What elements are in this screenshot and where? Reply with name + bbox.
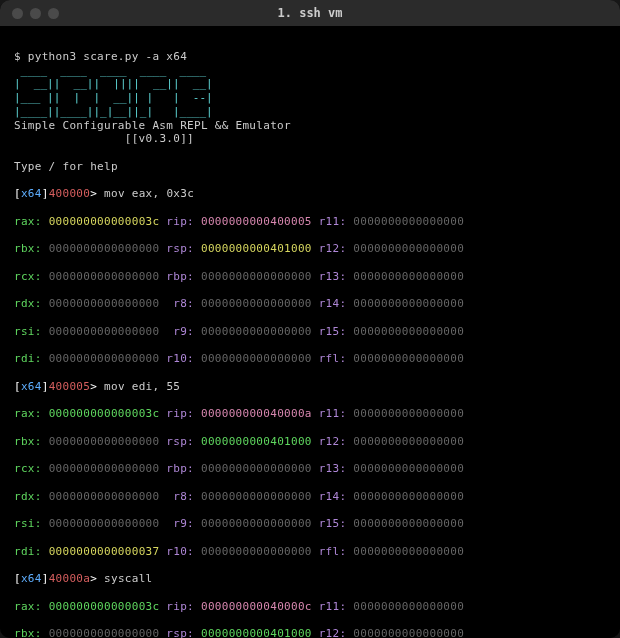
window-controls: [0, 8, 59, 19]
reg-row: rsi: 0000000000000000 r9: 00000000000000…: [14, 325, 606, 339]
reg-row: rbx: 0000000000000000 rsp: 0000000000401…: [14, 435, 606, 449]
reg-row: rcx: 0000000000000000 rbp: 0000000000000…: [14, 462, 606, 476]
reg-row: rdi: 0000000000000037 r10: 0000000000000…: [14, 545, 606, 559]
reg-row: rcx: 0000000000000000 rbp: 0000000000000…: [14, 270, 606, 284]
reg-row: rbx: 0000000000000000 rsp: 0000000000401…: [14, 242, 606, 256]
terminal-body[interactable]: $ python3 scare.py -a x64 ____ ____ ____…: [0, 26, 620, 638]
terminal-window: 1. ssh vm $ python3 scare.py -a x64 ____…: [0, 0, 620, 638]
repl-prompt: [x64]400000> mov eax, 0x3c: [14, 187, 606, 201]
reg-row: rax: 000000000000003c rip: 0000000000400…: [14, 600, 606, 614]
repl-prompt: [x64]40000a> syscall: [14, 572, 606, 586]
repl-prompt: [x64]400005> mov edi, 55: [14, 380, 606, 394]
app-subtitle: Simple Configurable Asm REPL && Emulator: [14, 119, 291, 132]
reg-row: rsi: 0000000000000000 r9: 00000000000000…: [14, 517, 606, 531]
reg-row: rax: 000000000000003c rip: 0000000000400…: [14, 407, 606, 421]
minimize-icon[interactable]: [30, 8, 41, 19]
reg-row: rdi: 0000000000000000 r10: 0000000000000…: [14, 352, 606, 366]
window-title: 1. ssh vm: [0, 6, 620, 20]
reg-row: rax: 000000000000003c rip: 0000000000400…: [14, 215, 606, 229]
app-version: [[v0.3.0]]: [14, 132, 194, 145]
reg-row: rdx: 0000000000000000 r8: 00000000000000…: [14, 297, 606, 311]
reg-row: rbx: 0000000000000000 rsp: 0000000000401…: [14, 627, 606, 638]
reg-row: rdx: 0000000000000000 r8: 00000000000000…: [14, 490, 606, 504]
titlebar: 1. ssh vm: [0, 0, 620, 26]
ascii-logo: ____ ____ ____ ____ ____ | __|| __|| |||…: [14, 64, 213, 118]
help-hint: Type / for help: [14, 160, 118, 173]
zoom-icon[interactable]: [48, 8, 59, 19]
shell-line: $ python3 scare.py -a x64: [14, 50, 187, 63]
close-icon[interactable]: [12, 8, 23, 19]
